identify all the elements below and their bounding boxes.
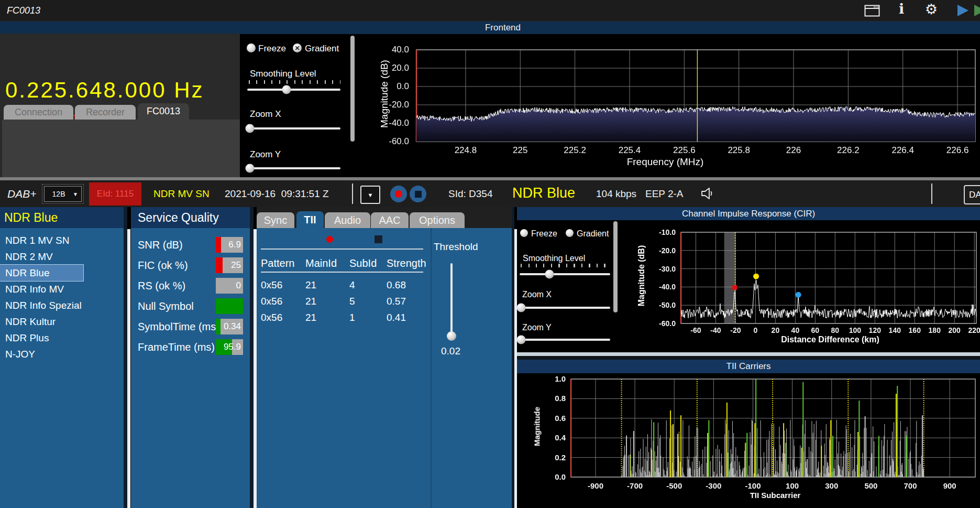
zoom-y-slider-thumb[interactable] [246,164,255,172]
play-icon[interactable] [957,5,968,16]
frontend-controls-scrollbar[interactable] [350,36,355,142]
cir-freeze-radio[interactable] [520,229,528,237]
cir-gradient-radio[interactable] [566,229,574,237]
smoothing-slider-track[interactable] [247,89,340,91]
table-row[interactable]: 0x562110.41 [261,309,423,326]
freeze-label: Freeze [258,44,286,54]
bar-separator [931,183,932,204]
service-list-item[interactable]: NDR 2 MV [0,248,127,265]
service-quality-title: Service Quality [138,207,219,228]
cir-controls-scrollbar[interactable] [613,221,618,312]
tab-audio[interactable]: Audio [325,212,370,228]
cir-freeze-label: Freeze [531,229,557,239]
cir-smoothing-slider-track[interactable] [520,273,610,275]
cir-x-axis-label: Distance Difference (km) [767,335,893,344]
tab-sync[interactable]: Sync [257,212,294,228]
cir-zoom-y-slider[interactable] [520,335,610,344]
cir-smoothing-tickmarks [521,264,610,267]
service-list-item[interactable]: NDR Info MV [0,281,127,297]
service-list-item[interactable]: NDR Blue [0,265,83,281]
splitter-shadow [250,207,254,508]
quality-bar: 0 [216,278,243,294]
gear-icon[interactable]: ⚙ [925,1,938,17]
table-row[interactable]: 0x562140.68 [261,277,423,293]
tab-fc0013[interactable]: FC0013 [138,103,189,120]
zoom-x-slider-track[interactable] [247,127,340,129]
cir-zoom-y-slider-track[interactable] [520,339,610,341]
record-indicator-icon[interactable] [326,236,333,243]
tab-connection[interactable]: Connection [4,105,73,120]
channel-select[interactable]: 12B ▼ [44,186,82,202]
cir-zoom-x-slider-track[interactable] [520,307,610,309]
tii-cell: 4 [349,277,387,293]
quality-row: SNR (dB)6.9 [131,235,250,255]
quality-row: FrameTime (ms)95.9 [131,337,250,358]
smoothing-slider-thumb[interactable] [282,85,291,94]
tii-cell: 0.41 [387,309,423,326]
quality-bar [216,298,243,314]
cir-zoom-x-label: Zoom X [522,290,552,299]
splitter-handle[interactable] [517,352,980,356]
tii-carriers-chart[interactable] [524,375,980,506]
tab-aac[interactable]: AAC [371,212,409,228]
gradient-check-icon[interactable] [293,44,302,52]
splitter-shadow [124,207,127,508]
zoom-x-slider[interactable] [247,124,340,133]
quality-value: 95.9 [224,339,241,355]
tii-cell: 0x56 [261,293,305,309]
info-icon[interactable]: ℹ [899,1,904,17]
record-button[interactable] [390,186,407,202]
tii-table: PatternMainIdSubIdStrength0x562140.680x5… [261,257,423,326]
tii-cell: 0.57 [387,293,423,309]
cir-zoom-x-slider-thumb[interactable] [517,303,526,312]
cir-chart[interactable] [621,223,980,350]
tii-y-axis-label: Magnitude [533,390,542,463]
window-icon[interactable] [864,5,880,17]
tuner-tab-panel [2,120,240,177]
tab-recorder[interactable]: Recorder [75,105,136,120]
splitter-handle[interactable] [127,229,130,508]
play-icon-partial[interactable] [974,5,980,16]
service-list-item[interactable]: NDR Plus [0,330,127,346]
service-list-item[interactable]: NDR Kultur [0,314,127,330]
tii-cell: 21 [305,293,349,309]
smoothing-label: Smoothing Level [250,69,316,79]
service-list-item[interactable]: N-JOY [0,346,127,362]
dab-status-bar: DAB+ 12B ▼ EId: 1115 NDR MV SN 2021-09-1… [0,180,980,207]
cir-smoothing-slider-thumb[interactable] [545,269,554,278]
cir-zoom-y-label: Zoom Y [522,323,552,332]
dab-mode-badge[interactable]: DAB [964,185,980,204]
zoom-y-slider[interactable] [247,164,340,172]
quality-label: Null Symbol [138,296,194,317]
threshold-slider-thumb[interactable] [447,331,456,341]
threshold-slider-track[interactable] [450,263,453,336]
datetime-label: 2021-09-16 09:31:51 Z [225,180,329,207]
spectrum-x-axis-label: Frequency (MHz) [602,156,728,168]
service-list-item[interactable]: NDR 1 MV SN [0,232,127,248]
record-options-button[interactable]: ▼ [360,186,380,204]
tab-tii[interactable]: TII [296,211,324,228]
stop-button[interactable] [410,186,426,202]
table-row[interactable]: 0x562150.57 [261,293,423,309]
splitter-shadow [517,356,980,360]
smoothing-tickmarks [249,80,340,84]
smoothing-slider[interactable] [247,85,340,94]
tii-cell: 1 [349,309,387,326]
tii-cell: 5 [349,293,387,309]
speaker-icon[interactable] [700,187,715,200]
cir-zoom-y-slider-thumb[interactable] [517,335,526,344]
quality-label: RS (ok %) [138,276,185,296]
tab-options[interactable]: Options [410,212,465,228]
zoom-x-slider-thumb[interactable] [246,124,255,133]
quality-row: FIC (ok %)25 [131,255,250,276]
tii-cell: 0x56 [261,309,305,326]
service-list-item[interactable]: NDR Info Spezial [0,297,127,314]
current-service-name: NDR Blue [512,180,575,207]
cir-smoothing-slider[interactable] [520,269,610,278]
cir-zoom-x-slider[interactable] [520,303,610,312]
cir-gradient-label: Gradient [577,229,609,239]
stop-indicator-icon[interactable] [375,235,382,243]
tii-cell: 0.68 [387,277,423,293]
freeze-radio[interactable] [247,44,256,52]
zoom-y-slider-track[interactable] [247,167,340,169]
